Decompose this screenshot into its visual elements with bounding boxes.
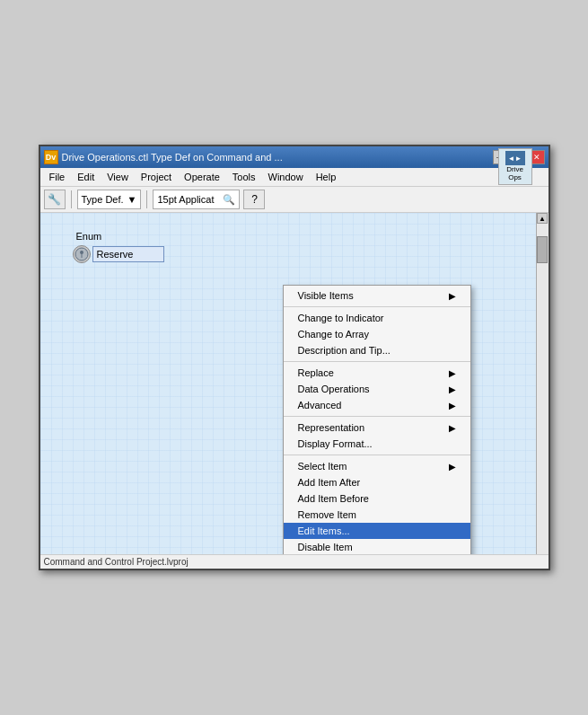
menu-item-label-remove-item: Remove Item bbox=[298, 509, 356, 520]
menu-edit[interactable]: Edit bbox=[72, 170, 100, 184]
menu-item-label-add-item-before: Add Item Before bbox=[298, 493, 370, 504]
app-size-label: 15pt Applicat bbox=[157, 194, 214, 205]
wrench-icon: 🔧 bbox=[48, 193, 61, 206]
menu-item-remove-item[interactable]: Remove Item bbox=[284, 507, 470, 523]
submenu-arrow-icon: ▶ bbox=[449, 368, 456, 378]
help-button[interactable]: ? bbox=[243, 190, 265, 209]
menu-item-label-change-to-array: Change to Array bbox=[298, 329, 370, 340]
canvas-area[interactable]: Enum Reserve Visible Items▶Change to Ind… bbox=[40, 213, 536, 554]
submenu-arrow-icon: ▶ bbox=[449, 401, 456, 410]
title-bar-left: Dv Drive Operations.ctl Type Def on Comm… bbox=[44, 150, 283, 164]
menu-help[interactable]: Help bbox=[311, 170, 342, 184]
menu-item-advanced[interactable]: Advanced▶ bbox=[284, 397, 470, 413]
menu-item-display-format[interactable]: Display Format... bbox=[284, 436, 470, 452]
menu-separator bbox=[284, 306, 470, 307]
main-window: Dv Drive Operations.ctl Type Def on Comm… bbox=[39, 145, 550, 570]
menu-item-disable-item[interactable]: Disable Item bbox=[284, 539, 470, 554]
menu-item-change-to-array[interactable]: Change to Array bbox=[284, 326, 470, 342]
menu-item-label-advanced: Advanced bbox=[298, 400, 342, 410]
menu-item-label-representation: Representation bbox=[298, 422, 365, 433]
menu-item-visible-items[interactable]: Visible Items▶ bbox=[284, 287, 470, 304]
status-text: Command and Control Project.lvproj bbox=[44, 557, 189, 567]
drive-ops-icon: ◄► bbox=[505, 151, 525, 165]
menu-operate[interactable]: Operate bbox=[179, 170, 225, 184]
drive-ops-panel: ◄► DriveOps bbox=[498, 148, 532, 185]
type-def-dropdown[interactable]: Type Def. ▼ bbox=[77, 190, 142, 209]
menu-item-select-item[interactable]: Select Item▶ bbox=[284, 458, 470, 474]
enum-value[interactable]: Reserve bbox=[92, 246, 164, 262]
menu-item-label-disable-item: Disable Item bbox=[298, 542, 353, 552]
menu-item-add-item-before[interactable]: Add Item Before bbox=[284, 490, 470, 507]
menu-item-label-add-item-after: Add Item After bbox=[298, 477, 361, 488]
submenu-arrow-icon: ▶ bbox=[449, 462, 456, 472]
menu-item-change-to-indicator[interactable]: Change to Indicator bbox=[284, 310, 470, 326]
menu-item-label-replace: Replace bbox=[298, 367, 334, 378]
menu-item-replace[interactable]: Replace▶ bbox=[284, 365, 470, 381]
vertical-scrollbar[interactable]: ▲ bbox=[536, 213, 549, 554]
menu-item-label-change-to-indicator: Change to Indicator bbox=[298, 313, 384, 323]
menu-separator bbox=[284, 416, 470, 417]
submenu-arrow-icon: ▶ bbox=[449, 384, 456, 394]
submenu-arrow-icon: ▶ bbox=[449, 423, 456, 433]
menu-item-representation[interactable]: Representation▶ bbox=[284, 419, 470, 436]
drive-ops-label: DriveOps bbox=[506, 166, 523, 182]
menu-view[interactable]: View bbox=[101, 170, 134, 184]
main-content: Enum Reserve Visible Items▶Change to Ind… bbox=[40, 213, 549, 554]
search-icon[interactable]: 🔍 bbox=[223, 194, 235, 206]
toolbar-separator bbox=[71, 190, 72, 208]
window-icon: Dv bbox=[44, 150, 58, 164]
menu-item-label-select-item: Select Item bbox=[298, 461, 347, 472]
status-bar: Command and Control Project.lvproj bbox=[40, 554, 549, 569]
submenu-arrow-icon: ▶ bbox=[449, 291, 456, 301]
window-title: Drive Operations.ctl Type Def on Command… bbox=[62, 152, 283, 163]
menu-item-label-data-operations: Data Operations bbox=[298, 384, 370, 394]
menu-item-add-item-after[interactable]: Add Item After bbox=[284, 474, 470, 490]
title-bar: Dv Drive Operations.ctl Type Def on Comm… bbox=[40, 146, 549, 168]
menu-item-description-tip[interactable]: Description and Tip... bbox=[284, 342, 470, 358]
scroll-up-button[interactable]: ▲ bbox=[537, 213, 548, 224]
dropdown-arrow-icon: ▼ bbox=[127, 194, 137, 205]
menu-item-label-display-format: Display Format... bbox=[298, 438, 373, 449]
svg-point-1 bbox=[80, 251, 83, 254]
menu-item-label-visible-items: Visible Items bbox=[298, 290, 354, 301]
scroll-thumb[interactable] bbox=[537, 236, 548, 263]
help-icon: ? bbox=[251, 193, 258, 206]
menu-project[interactable]: Project bbox=[136, 170, 177, 184]
enum-icon bbox=[73, 245, 91, 263]
app-size-dropdown[interactable]: 15pt Applicat 🔍 bbox=[153, 190, 240, 209]
menu-file[interactable]: File bbox=[44, 170, 71, 184]
menu-separator bbox=[284, 455, 470, 455]
toolbar-separator-2 bbox=[146, 190, 147, 208]
type-def-label: Type Def. bbox=[82, 194, 124, 205]
menu-item-label-edit-items: Edit Items... bbox=[298, 525, 350, 536]
menu-item-data-operations[interactable]: Data Operations▶ bbox=[284, 381, 470, 397]
menu-item-label-description-tip: Description and Tip... bbox=[298, 345, 391, 356]
enum-label: Enum bbox=[76, 231, 102, 242]
menu-separator bbox=[284, 361, 470, 362]
menu-item-edit-items[interactable]: Edit Items... bbox=[284, 523, 470, 539]
drive-ops-arrows: ◄► bbox=[508, 154, 522, 163]
menu-bar: File Edit View Project Operate Tools Win… bbox=[40, 168, 549, 187]
wrench-button[interactable]: 🔧 bbox=[44, 190, 66, 209]
toolbar: 🔧 Type Def. ▼ 15pt Applicat 🔍 ? ◄► Drive… bbox=[40, 187, 549, 213]
context-menu: Visible Items▶Change to IndicatorChange … bbox=[283, 285, 471, 554]
menu-tools[interactable]: Tools bbox=[227, 170, 261, 184]
enum-control: Reserve bbox=[73, 245, 164, 263]
window-icon-text: Dv bbox=[46, 153, 57, 162]
menu-window[interactable]: Window bbox=[263, 170, 309, 184]
